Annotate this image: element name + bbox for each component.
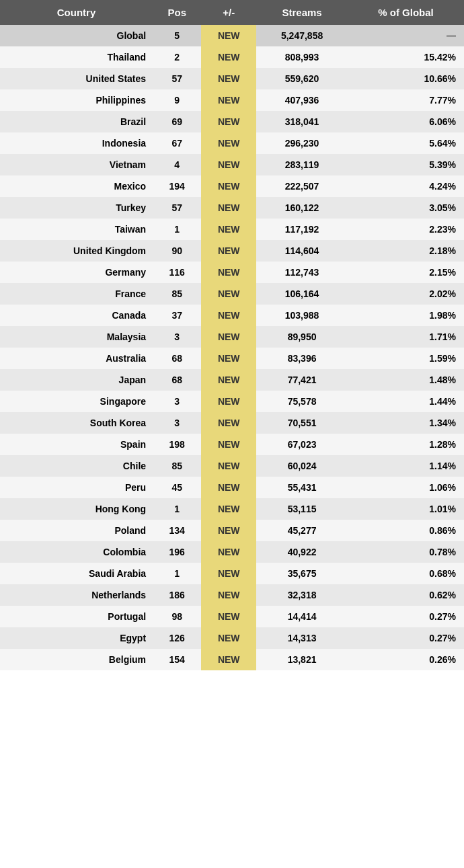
- streaming-table: Country Pos +/- Streams % of Global Glob…: [0, 0, 464, 670]
- table-row: United States57NEW559,62010.66%: [0, 68, 464, 89]
- streams-cell: 112,743: [256, 262, 348, 283]
- pos-cell: 37: [153, 305, 201, 326]
- country-cell: France: [0, 283, 153, 305]
- streams-cell: 75,578: [256, 391, 348, 412]
- change-cell: NEW: [201, 132, 256, 154]
- pct-cell: 1.59%: [348, 348, 464, 369]
- country-cell: Philippines: [0, 89, 153, 111]
- change-cell: NEW: [201, 111, 256, 132]
- col-change: +/-: [201, 0, 256, 25]
- streams-cell: 45,277: [256, 520, 348, 541]
- country-cell: Peru: [0, 477, 153, 498]
- country-cell: Mexico: [0, 175, 153, 197]
- change-cell: NEW: [201, 498, 256, 520]
- streams-cell: 160,122: [256, 197, 348, 219]
- streams-cell: 32,318: [256, 584, 348, 606]
- country-cell: Vietnam: [0, 154, 153, 175]
- streams-cell: 35,675: [256, 563, 348, 584]
- country-cell: Netherlands: [0, 584, 153, 606]
- streams-cell: 89,950: [256, 326, 348, 348]
- country-cell: Belgium: [0, 649, 153, 670]
- country-cell: Singapore: [0, 391, 153, 412]
- streams-cell: 559,620: [256, 68, 348, 89]
- streams-cell: 13,821: [256, 649, 348, 670]
- streams-cell: 808,993: [256, 46, 348, 68]
- pos-cell: 126: [153, 627, 201, 649]
- change-cell: NEW: [201, 455, 256, 477]
- streams-cell: 296,230: [256, 132, 348, 154]
- pct-cell: 2.23%: [348, 219, 464, 240]
- table-row: South Korea3NEW70,5511.34%: [0, 412, 464, 434]
- change-cell: NEW: [201, 627, 256, 649]
- pct-cell: 1.01%: [348, 498, 464, 520]
- change-cell: NEW: [201, 412, 256, 434]
- country-cell: South Korea: [0, 412, 153, 434]
- pos-cell: 3: [153, 326, 201, 348]
- col-country: Country: [0, 0, 153, 25]
- country-cell: Australia: [0, 348, 153, 369]
- table-row: Indonesia67NEW296,2305.64%: [0, 132, 464, 154]
- streams-cell: 318,041: [256, 111, 348, 132]
- change-cell: NEW: [201, 283, 256, 305]
- pos-cell: 154: [153, 649, 201, 670]
- pct-cell: 5.64%: [348, 132, 464, 154]
- streams-cell: 5,247,858: [256, 25, 348, 46]
- table-row: Brazil69NEW318,0416.06%: [0, 111, 464, 132]
- country-cell: Global: [0, 25, 153, 46]
- streams-cell: 117,192: [256, 219, 348, 240]
- change-cell: NEW: [201, 25, 256, 46]
- pct-cell: 1.48%: [348, 369, 464, 391]
- country-cell: Germany: [0, 262, 153, 283]
- change-cell: NEW: [201, 326, 256, 348]
- change-cell: NEW: [201, 89, 256, 111]
- change-cell: NEW: [201, 175, 256, 197]
- pct-cell: 5.39%: [348, 154, 464, 175]
- country-cell: Portugal: [0, 606, 153, 627]
- table-row: Belgium154NEW13,8210.26%: [0, 649, 464, 670]
- table-row: Egypt126NEW14,3130.27%: [0, 627, 464, 649]
- streams-cell: 53,115: [256, 498, 348, 520]
- pos-cell: 1: [153, 498, 201, 520]
- pos-cell: 57: [153, 197, 201, 219]
- table-row: Singapore3NEW75,5781.44%: [0, 391, 464, 412]
- pct-cell: 0.27%: [348, 606, 464, 627]
- pos-cell: 67: [153, 132, 201, 154]
- col-pos: Pos: [153, 0, 201, 25]
- change-cell: NEW: [201, 240, 256, 262]
- pos-cell: 68: [153, 348, 201, 369]
- table-row: Taiwan1NEW117,1922.23%: [0, 219, 464, 240]
- pos-cell: 3: [153, 391, 201, 412]
- country-cell: Spain: [0, 434, 153, 455]
- streams-cell: 60,024: [256, 455, 348, 477]
- streams-cell: 70,551: [256, 412, 348, 434]
- country-cell: Egypt: [0, 627, 153, 649]
- pct-cell: 7.77%: [348, 89, 464, 111]
- country-cell: Chile: [0, 455, 153, 477]
- pct-cell: 0.27%: [348, 627, 464, 649]
- pct-cell: 2.18%: [348, 240, 464, 262]
- streams-cell: 407,936: [256, 89, 348, 111]
- change-cell: NEW: [201, 197, 256, 219]
- pct-cell: 1.28%: [348, 434, 464, 455]
- country-cell: United States: [0, 68, 153, 89]
- streams-cell: 222,507: [256, 175, 348, 197]
- col-streams: Streams: [256, 0, 348, 25]
- table-row: Netherlands186NEW32,3180.62%: [0, 584, 464, 606]
- change-cell: NEW: [201, 348, 256, 369]
- table-row: Chile85NEW60,0241.14%: [0, 455, 464, 477]
- streams-cell: 40,922: [256, 541, 348, 563]
- table-header-row: Country Pos +/- Streams % of Global: [0, 0, 464, 25]
- pct-cell: 0.62%: [348, 584, 464, 606]
- streams-cell: 103,988: [256, 305, 348, 326]
- country-cell: Turkey: [0, 197, 153, 219]
- pct-cell: 1.98%: [348, 305, 464, 326]
- table-row: Portugal98NEW14,4140.27%: [0, 606, 464, 627]
- streams-cell: 55,431: [256, 477, 348, 498]
- pos-cell: 186: [153, 584, 201, 606]
- country-cell: Japan: [0, 369, 153, 391]
- change-cell: NEW: [201, 606, 256, 627]
- table-row: United Kingdom90NEW114,6042.18%: [0, 240, 464, 262]
- pct-cell: 3.05%: [348, 197, 464, 219]
- pct-cell: 4.24%: [348, 175, 464, 197]
- country-cell: Thailand: [0, 46, 153, 68]
